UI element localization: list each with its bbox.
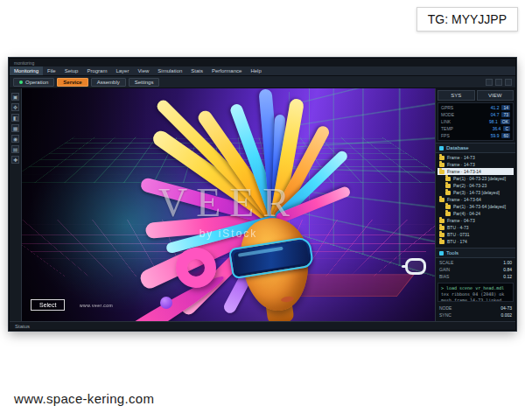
window-title: monitoring — [14, 60, 34, 66]
param-label: BIAS — [439, 274, 449, 279]
grid-toggle-icon[interactable] — [486, 79, 493, 86]
tree-row[interactable]: Par(2) · 04-73-23 — [438, 182, 514, 189]
params-panel: SCALE 1.00 GAIN 0.84 BIAS 0.12 — [436, 258, 515, 281]
tree-row[interactable]: Par(3) · 14-73 [delayed] — [438, 189, 514, 196]
database-header: Database — [436, 143, 515, 153]
telemetry-row: GPRS 41.2 14 — [439, 104, 512, 111]
folder-icon — [445, 177, 451, 181]
param-label: GAIN — [439, 267, 450, 272]
folder-icon — [445, 205, 451, 209]
console-line: tex ribbons_04 (2048) ok — [441, 291, 510, 298]
tree-label: Par(1) · 34-73-64 [delayed] — [453, 204, 506, 209]
ribbons-graphic — [22, 88, 435, 321]
tools-icon — [439, 251, 444, 256]
tree-row[interactable]: Par(4) · 04-24 — [438, 210, 514, 217]
select-button[interactable]: Select — [31, 299, 65, 311]
folder-icon — [439, 198, 444, 202]
operation-button[interactable]: Operation — [13, 78, 54, 87]
window-titlebar: monitoring — [10, 59, 515, 66]
footer-row: NODE 04-73 — [439, 304, 512, 312]
target-tool-icon[interactable]: ◉ — [11, 135, 19, 143]
telemetry-label: GPRS — [441, 105, 491, 110]
service-button[interactable]: Service — [57, 78, 88, 87]
move-tool-icon[interactable]: ✥ — [11, 103, 19, 111]
right-panel: SYS VIEW GPRS 41.2 14 MODE 04.7 73 LINK … — [435, 88, 515, 321]
tools-header: Tools — [436, 248, 515, 258]
console-panel: > load scene vr_head.mdl tex ribbons_04 … — [438, 283, 514, 302]
telemetry-row: MODE 04.7 73 — [439, 111, 512, 118]
tree-label: Par(2) · 04-73-23 — [453, 183, 486, 188]
left-toolbar: ▣ ✥ ◧ ▦ ◉ ▤ ✚ — [10, 88, 22, 321]
status-dot-icon — [19, 80, 23, 84]
tree-label: BTU · 174 — [447, 239, 467, 244]
footer-value: 0.002 — [500, 312, 512, 318]
folder-icon — [439, 163, 444, 167]
tree-row[interactable]: BTU · 4-73 — [438, 224, 514, 231]
database-header-label: Database — [446, 145, 469, 150]
right-panel-tabs: SYS VIEW — [436, 88, 515, 102]
tree-row[interactable]: BTU · 174 — [438, 238, 514, 245]
telemetry-badge: C — [503, 126, 510, 131]
param-value: 0.84 — [503, 267, 512, 272]
menu-item-program[interactable]: Program — [82, 66, 111, 75]
folder-icon — [439, 240, 444, 244]
add-tool-icon[interactable]: ✚ — [11, 156, 19, 164]
tg-label: TG: MYYJJPP — [416, 7, 518, 32]
tab-view[interactable]: VIEW — [477, 90, 514, 101]
menu-item-monitoring[interactable]: Monitoring — [10, 66, 43, 75]
param-value: 0.12 — [503, 274, 512, 279]
grid-tool-icon[interactable]: ▦ — [11, 124, 19, 132]
console-line: mesh frame 14-73 linked — [441, 298, 510, 302]
tree-row[interactable]: Frame · 14-73 — [438, 161, 514, 168]
tree-label: BTU · 0731 — [447, 232, 470, 237]
telemetry-label: MODE — [441, 112, 491, 117]
footer-label: SYNC — [439, 312, 452, 318]
select-tool-icon[interactable]: ▣ — [11, 93, 19, 101]
tree-row[interactable]: Par(1) · 34-73-64 [delayed] — [438, 203, 514, 210]
telemetry-row: TEMP 36.4 C — [439, 125, 512, 132]
menu-item-layer[interactable]: Layer — [111, 66, 133, 75]
param-row: GAIN 0.84 — [439, 266, 512, 273]
telemetry-value: 59.9 — [491, 133, 500, 138]
footer-value: 04-73 — [500, 305, 512, 311]
menu-item-performance[interactable]: Performance — [207, 66, 246, 75]
param-label: SCALE — [439, 260, 453, 265]
tree-row[interactable]: Frame · 14-73-64 — [438, 196, 514, 203]
tree-row-selected[interactable]: Frame · 14-73-14 — [438, 168, 514, 175]
tree-row[interactable]: Par(1) · 04-73-23 [delayed] — [438, 175, 514, 182]
assembly-button[interactable]: Assembly — [91, 78, 126, 87]
menu-item-setup[interactable]: Setup — [60, 66, 83, 75]
app-window: monitoring Monitoring File Setup Program… — [9, 58, 516, 331]
layers-toggle-icon[interactable] — [505, 79, 512, 86]
telemetry-row: FPS 59.9 60 — [439, 132, 512, 139]
split-tool-icon[interactable]: ◧ — [11, 114, 19, 122]
rows-tool-icon[interactable]: ▤ — [11, 145, 19, 153]
tree-row[interactable]: Frame · 04-73 — [438, 217, 514, 224]
tab-sys[interactable]: SYS — [438, 90, 475, 101]
console-line: > load scene vr_head.mdl — [441, 285, 510, 291]
telemetry-badge: 60 — [501, 133, 510, 138]
tree-row[interactable]: BTU · 0731 — [438, 231, 514, 238]
menu-item-file[interactable]: File — [43, 66, 60, 75]
camera-toggle-icon[interactable] — [495, 79, 502, 86]
operation-button-label: Operation — [25, 80, 48, 85]
folder-icon — [439, 170, 444, 174]
telemetry-label: FPS — [441, 133, 491, 138]
menu-item-simulation[interactable]: Simulation — [153, 66, 186, 75]
folder-icon — [439, 226, 444, 230]
database-icon — [439, 146, 444, 150]
param-row: SCALE 1.00 — [439, 259, 512, 266]
tree-label: Par(4) · 04-24 — [453, 211, 480, 216]
telemetry-value: 04.7 — [491, 112, 500, 117]
menu-item-help[interactable]: Help — [246, 66, 265, 75]
viewport[interactable]: VEER by iStock Select www.veer.com — [22, 88, 435, 321]
settings-button[interactable]: Settings — [129, 78, 160, 87]
menu-item-view[interactable]: View — [133, 66, 153, 75]
toolbar: Operation Service Assembly Settings — [10, 76, 515, 88]
folder-icon — [445, 191, 451, 195]
menu-item-stats[interactable]: Stats — [186, 66, 207, 75]
telemetry-row: LINK 98.1 OK — [439, 118, 512, 125]
telemetry-value: 98.1 — [489, 119, 498, 124]
tree-row[interactable]: Frame · 14-73 — [438, 154, 514, 161]
telemetry-label: TEMP — [441, 126, 493, 131]
